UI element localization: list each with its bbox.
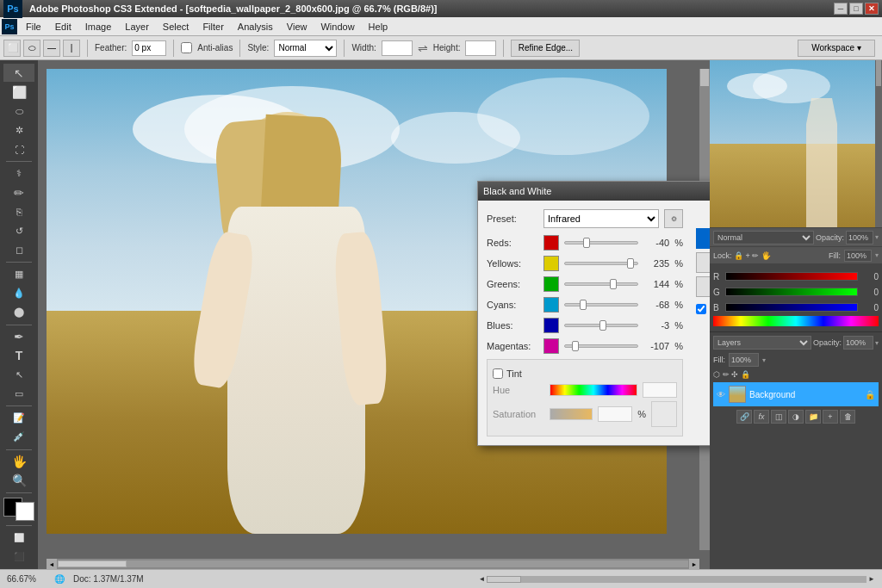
- opacity-input[interactable]: [846, 231, 873, 244]
- status-scroll-track[interactable]: [487, 576, 866, 583]
- marquee-ellipse-btn[interactable]: ⬭: [23, 40, 40, 57]
- swap-icon[interactable]: ⇌: [418, 41, 428, 55]
- bw-magentas-thumb[interactable]: [572, 341, 579, 351]
- anti-alias-checkbox[interactable]: [181, 42, 192, 53]
- feather-input[interactable]: [132, 40, 166, 56]
- bw-yellows-thumb[interactable]: [627, 258, 634, 269]
- tool-history-brush[interactable]: ↺: [3, 222, 34, 240]
- tool-eraser[interactable]: ◻: [3, 241, 34, 259]
- menu-file[interactable]: File: [19, 20, 48, 34]
- tool-healing[interactable]: ⚕: [3, 164, 34, 183]
- bw-yellows-slider[interactable]: [564, 257, 638, 270]
- tool-quick-mask[interactable]: ⬜: [3, 529, 34, 547]
- bw-preset-select[interactable]: Infrared Default Blue Filter Custom: [543, 209, 659, 228]
- menu-image[interactable]: Image: [78, 20, 119, 34]
- layers-mask-btn[interactable]: ◫: [771, 410, 786, 424]
- bw-preset-options-button[interactable]: ⚙: [664, 209, 683, 228]
- layers-delete-btn[interactable]: 🗑: [840, 410, 855, 424]
- bw-auto-button[interactable]: Auto: [696, 276, 710, 297]
- bw-ok-button[interactable]: OK: [696, 228, 710, 249]
- tool-crop[interactable]: ⛶: [3, 140, 34, 158]
- width-input[interactable]: [382, 40, 413, 56]
- status-scroll-left[interactable]: ◄: [479, 575, 486, 583]
- layers-link-btn[interactable]: 🔗: [736, 410, 752, 424]
- menu-select[interactable]: Select: [156, 20, 196, 34]
- bw-cancel-button[interactable]: Cancel: [696, 252, 710, 273]
- layer-visibility-icon[interactable]: 👁: [717, 390, 725, 399]
- menu-filter[interactable]: Filter: [196, 20, 230, 34]
- bw-blues-thumb[interactable]: [599, 320, 606, 331]
- tool-magic-wand[interactable]: ✲: [3, 121, 34, 139]
- bw-saturation-slider[interactable]: [550, 408, 593, 420]
- style-select[interactable]: Normal Fixed Ratio Fixed Size: [274, 40, 337, 57]
- tool-shape[interactable]: ▭: [3, 385, 34, 403]
- tool-blur[interactable]: 💧: [3, 284, 34, 302]
- color-r-gradient[interactable]: [725, 272, 858, 281]
- layers-panel-select[interactable]: Layers: [713, 336, 811, 350]
- color-spectrum[interactable]: [713, 316, 879, 326]
- bw-cyans-thumb[interactable]: [580, 300, 587, 310]
- workspace-button[interactable]: Workspace ▾: [798, 40, 875, 57]
- fill-arrow[interactable]: ▾: [875, 251, 879, 259]
- tool-hand[interactable]: 🖐: [3, 452, 34, 470]
- maximize-button[interactable]: □: [849, 3, 863, 15]
- marquee-rect-btn[interactable]: ⬜: [3, 40, 21, 57]
- scroll-thumb[interactable]: [58, 560, 127, 567]
- tool-marquee[interactable]: ⬜: [3, 83, 34, 101]
- layers-adjustment-btn[interactable]: ◑: [788, 410, 804, 424]
- tool-type[interactable]: T: [3, 347, 34, 365]
- layers-opacity-input[interactable]: [843, 336, 873, 350]
- status-scroll-thumb[interactable]: [487, 576, 521, 583]
- color-g-gradient[interactable]: [725, 288, 858, 296]
- background-color[interactable]: [16, 502, 34, 521]
- layers-new-btn[interactable]: +: [823, 410, 838, 424]
- tool-clone[interactable]: ⎘: [3, 202, 34, 220]
- bw-magentas-slider[interactable]: [564, 339, 638, 353]
- tool-lasso[interactable]: ⬭: [3, 102, 34, 120]
- menu-analysis[interactable]: Analysis: [231, 20, 280, 34]
- menu-help[interactable]: Help: [362, 20, 395, 34]
- layer-background[interactable]: 👁 Background 🔒: [713, 382, 879, 406]
- close-button[interactable]: ✕: [865, 3, 879, 15]
- bw-hue-input[interactable]: [643, 382, 677, 398]
- refine-edge-button[interactable]: Refine Edge...: [511, 40, 580, 57]
- canvas-horizontal-scrollbar[interactable]: ◄ ►: [47, 559, 699, 569]
- panel-vertical-scrollbar[interactable]: [875, 60, 882, 227]
- menu-layer[interactable]: Layer: [118, 20, 156, 34]
- layers-folder-btn[interactable]: 📁: [805, 410, 821, 424]
- tool-screen-mode[interactable]: ⬛: [3, 548, 34, 566]
- minimize-button[interactable]: ─: [834, 3, 848, 15]
- bw-blues-slider[interactable]: [564, 319, 638, 332]
- scroll-right-arrow[interactable]: ►: [689, 559, 699, 569]
- layers-fx-btn[interactable]: fx: [754, 410, 769, 424]
- status-scroll-right[interactable]: ►: [868, 575, 875, 583]
- blend-mode-select[interactable]: Normal: [713, 231, 814, 244]
- scroll-left-arrow[interactable]: ◄: [47, 559, 57, 569]
- bw-greens-thumb[interactable]: [610, 279, 617, 289]
- menu-window[interactable]: Window: [314, 20, 361, 34]
- fill-input[interactable]: [844, 250, 872, 262]
- menu-view[interactable]: View: [280, 20, 314, 34]
- tool-gradient[interactable]: ▦: [3, 265, 34, 283]
- marquee-row-btn[interactable]: —: [43, 40, 60, 57]
- bw-hue-slider[interactable]: [550, 384, 637, 396]
- opacity-arrow[interactable]: ▾: [875, 233, 879, 241]
- menu-edit[interactable]: Edit: [48, 20, 78, 34]
- bw-cyans-slider[interactable]: [564, 298, 638, 312]
- layers-fill-input[interactable]: [729, 353, 759, 367]
- bw-greens-slider[interactable]: [564, 277, 638, 291]
- bw-reds-thumb[interactable]: [583, 238, 590, 248]
- bw-reds-slider[interactable]: [564, 236, 638, 250]
- layers-opacity-arrow[interactable]: ▾: [875, 339, 879, 347]
- bw-tint-checkbox[interactable]: [493, 368, 503, 379]
- tool-zoom[interactable]: 🔍: [3, 472, 34, 490]
- bw-preview-checkbox[interactable]: [696, 304, 706, 314]
- marquee-col-btn[interactable]: |: [63, 40, 80, 57]
- tool-notes[interactable]: 📝: [3, 409, 34, 427]
- tool-dodge[interactable]: ⬤: [3, 303, 34, 321]
- height-input[interactable]: [465, 40, 496, 56]
- tool-brush[interactable]: ✏: [3, 183, 34, 201]
- layers-fill-arrow[interactable]: ▾: [762, 356, 766, 364]
- canvas-area[interactable]: ◄ ► Black and White ✕ OK Cancel Auto: [38, 60, 710, 569]
- tool-move[interactable]: ↖: [3, 64, 34, 82]
